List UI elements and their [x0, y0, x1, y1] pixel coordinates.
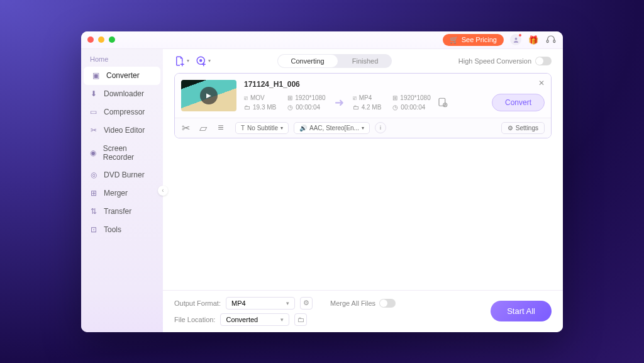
dvd-burner-icon: ◎ [89, 170, 98, 180]
add-disc-button[interactable]: ▾ [196, 55, 211, 67]
tab-finished[interactable]: Finished [338, 54, 392, 68]
merger-icon: ⊞ [89, 189, 98, 198]
traffic-lights [87, 36, 115, 43]
sidebar-item-label: Compressor [104, 108, 145, 116]
output-format-label: Output Format: [174, 299, 221, 307]
settings-button[interactable]: ⚙ Settings [501, 122, 545, 134]
sidebar-item-label: Video Editor [104, 126, 145, 135]
sidebar-item-tools[interactable]: ⊡ Tools [81, 221, 163, 239]
output-target-button[interactable] [436, 96, 450, 109]
output-format-select[interactable]: MP4 ▾ [226, 297, 295, 310]
sidebar-item-label: DVD Burner [104, 170, 145, 179]
sidebar-item-label: Converter [106, 71, 140, 80]
chevron-down-icon: ▾ [187, 58, 189, 64]
sidebar-item-label: Downloader [104, 89, 144, 98]
sidebar: Home ▣ Converter ⬇ Downloader ▭ Compress… [81, 49, 163, 332]
remove-file-button[interactable]: ✕ [538, 79, 545, 87]
file-location-value: Converted [226, 316, 258, 323]
src-format: MOV [250, 94, 265, 101]
gift-button[interactable]: 🎁 [528, 34, 539, 45]
dst-resolution: 1920*1080 [400, 94, 430, 101]
main-panel: ▾ ▾ Converting Finished High Speed Conve… [163, 49, 563, 332]
pricing-label: See Pricing [462, 36, 497, 43]
dst-size: 4.2 MB [362, 104, 382, 111]
transfer-icon: ⇅ [89, 207, 98, 216]
high-speed-conversion-toggle[interactable] [535, 57, 552, 65]
sidebar-item-converter[interactable]: ▣ Converter [84, 67, 160, 85]
file-name: 171124_H1_006 [244, 80, 545, 89]
screen-recorder-icon: ◉ [89, 148, 97, 157]
video-format-icon: ⎚ [244, 94, 248, 101]
chevron-down-icon: ▾ [280, 125, 283, 131]
file-location-select[interactable]: Converted ▾ [220, 313, 289, 326]
notification-dot-icon [519, 34, 521, 36]
downloader-icon: ⬇ [89, 89, 98, 99]
chevron-down-icon: ▾ [286, 300, 289, 306]
start-all-button[interactable]: Start All [491, 301, 552, 321]
app-window: 🛒 See Pricing 🎁 Home ▣ Converter ⬇ Downl… [81, 31, 563, 332]
filesize-icon: 🗀 [353, 104, 359, 111]
video-format-icon: ⎚ [353, 94, 357, 101]
svg-rect-1 [547, 40, 548, 43]
more-options-button[interactable]: ≡ [216, 123, 225, 132]
sidebar-item-compressor[interactable]: ▭ Compressor [81, 103, 163, 121]
sidebar-collapse-handle[interactable]: ‹ [158, 186, 168, 196]
audio-track-select[interactable]: 🔊 AAC, Stereo[En... ▾ [294, 122, 370, 134]
add-file-button[interactable]: ▾ [174, 55, 189, 67]
user-account-button[interactable] [510, 34, 521, 45]
trim-button[interactable]: ✂ [181, 123, 190, 132]
crop-button[interactable]: ▱ [199, 123, 208, 132]
dst-duration: 00:00:04 [401, 104, 425, 111]
titlebar: 🛒 See Pricing 🎁 [81, 31, 563, 49]
subtitle-select[interactable]: T No Subtitle ▾ [235, 122, 289, 134]
output-format-value: MP4 [231, 299, 246, 307]
subtitle-label: No Subtitle [247, 125, 278, 131]
output-format-settings-button[interactable]: ⚙ [300, 297, 313, 310]
chevron-down-icon: ▾ [208, 58, 211, 64]
tools-icon: ⊡ [89, 225, 98, 235]
gear-icon: ⚙ [508, 125, 513, 131]
dst-format: MP4 [359, 94, 372, 101]
sidebar-item-screen-recorder[interactable]: ◉ Screen Recorder [81, 140, 163, 166]
duration-icon: ◷ [392, 104, 398, 111]
merge-all-files-label: Merge All Files [330, 299, 375, 307]
add-disc-icon [196, 55, 207, 67]
sidebar-item-dvd-burner[interactable]: ◎ DVD Burner [81, 166, 163, 184]
merge-all-files-toggle[interactable] [379, 299, 396, 308]
sidebar-home-label[interactable]: Home [81, 53, 163, 65]
sidebar-item-video-editor[interactable]: ✂ Video Editor [81, 121, 163, 140]
duration-icon: ◷ [287, 104, 293, 111]
audio-icon: 🔊 [299, 125, 307, 131]
src-size: 19.3 MB [253, 104, 276, 111]
subtitle-icon: T [241, 125, 245, 131]
chevron-down-icon: ▾ [362, 125, 364, 131]
src-duration: 00:00:04 [296, 104, 320, 111]
filesize-icon: 🗀 [244, 104, 250, 111]
video-thumbnail[interactable]: ▶ [181, 80, 236, 111]
maximize-window-button[interactable] [109, 36, 115, 43]
sidebar-item-label: Merger [104, 189, 128, 198]
convert-button[interactable]: Convert [492, 94, 545, 111]
sidebar-item-merger[interactable]: ⊞ Merger [81, 184, 163, 203]
toolbar: ▾ ▾ Converting Finished High Speed Conve… [163, 49, 563, 73]
play-button[interactable]: ▶ [200, 87, 218, 104]
tab-converting[interactable]: Converting [278, 55, 338, 67]
converter-icon: ▣ [91, 71, 101, 81]
open-folder-button[interactable]: 🗀 [294, 313, 307, 326]
close-window-button[interactable] [87, 36, 94, 43]
audio-label: AAC, Stereo[En... [309, 125, 359, 131]
minimize-window-button[interactable] [98, 36, 104, 43]
status-tabs: Converting Finished [277, 54, 392, 68]
convert-arrow-icon: ➜ [331, 96, 348, 109]
video-editor-icon: ✂ [89, 126, 98, 135]
sidebar-item-label: Tools [104, 225, 121, 234]
resolution-icon: ⊞ [287, 94, 292, 101]
resolution-icon: ⊞ [392, 94, 397, 101]
support-button[interactable] [545, 34, 557, 45]
file-location-label: File Location: [174, 316, 215, 323]
sidebar-item-transfer[interactable]: ⇅ Transfer [81, 203, 163, 221]
see-pricing-button[interactable]: 🛒 See Pricing [443, 34, 504, 46]
media-info-button[interactable]: i [375, 122, 386, 133]
sidebar-item-downloader[interactable]: ⬇ Downloader [81, 85, 163, 103]
file-list: ▶ 171124_H1_006 ⎚MOV ⊞1920*1080 🗀19.3 MB… [163, 73, 563, 290]
